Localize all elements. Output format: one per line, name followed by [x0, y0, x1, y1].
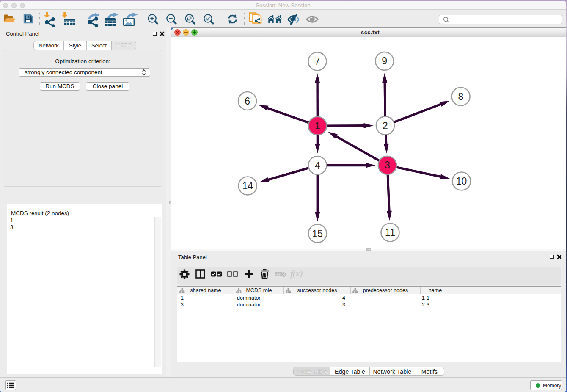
svg-text:1: 1	[315, 120, 320, 131]
svg-text:2: 2	[383, 120, 388, 131]
svg-text:14: 14	[242, 180, 253, 191]
svg-text:4: 4	[315, 160, 320, 171]
svg-text:10: 10	[456, 176, 467, 187]
svg-text:15: 15	[312, 228, 323, 239]
svg-text:7: 7	[315, 56, 320, 67]
svg-text:8: 8	[458, 91, 464, 102]
svg-text:3: 3	[385, 160, 390, 171]
svg-text:6: 6	[245, 96, 250, 107]
svg-text:11: 11	[385, 227, 395, 238]
svg-text:9: 9	[382, 55, 387, 66]
